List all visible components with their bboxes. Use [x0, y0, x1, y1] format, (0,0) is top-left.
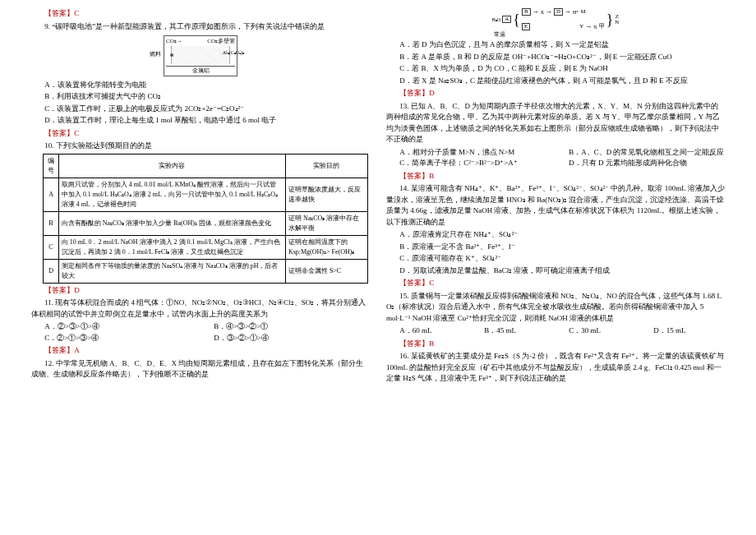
q11-options-row1: A．②>③>①>④ B．④>③>②>① [31, 321, 370, 333]
answer-11: 【答案】A [31, 345, 370, 357]
q9-option-c: C．该装置工作时，正极上的电极反应式为 2CO₂+2e⁻=C₂O₄²⁻ [31, 104, 370, 115]
flow-a: A [502, 16, 511, 23]
flow-jia: 甲 [599, 24, 605, 30]
flow-d: D [554, 8, 563, 16]
question-11: 11. 现有等体积混合而成的 4 组气体：①NO、NO₂②NO₂、O₂③HCl、… [31, 297, 370, 320]
q9-option-b: B．利用该技术可捕捉大气中的 CO₂ [31, 91, 370, 103]
table-header-row: 编号 实验内容 实验目的 [44, 154, 368, 178]
q13-row2: C．简单离子半径：C²⁻>B²⁻>D⁺>A⁺ D．只有 D 元素均能形成两种化合… [386, 158, 725, 169]
q15-option-c: C．30 mL [555, 325, 640, 337]
flow-e: E [522, 23, 530, 30]
flow-n1: N [593, 25, 597, 30]
flow-y: Y [579, 24, 583, 30]
flow-h2o: H₂O [492, 17, 501, 22]
cell-c-id: C [44, 235, 58, 259]
left-column: 【答案】C 9. “碳呼吸电池”是一种新型能源装置，其工作原理如图所示，下列有关… [23, 7, 378, 528]
q14-option-b: B．原溶液一定不含 Ba²⁺、Fe³⁺、I⁻ [386, 242, 725, 253]
cell-d-id: D [44, 259, 58, 283]
answer-9: 【答案】C [31, 128, 370, 140]
answer-12: 【答案】D [386, 88, 725, 99]
flow-m: M [580, 9, 585, 15]
q13-row1: A．相对分子质量 M>N，沸点 N>M B．A、C、D 的常见氧化物相互之间一定… [386, 147, 725, 159]
experiment-table: 编号 实验内容 实验目的 A 取两只试管，分别加入 4 mL 0.01 mol/… [43, 154, 368, 284]
q12-option-b: B．若 A 是单质，B 和 D 的反应是 OH⁻+HCO₃⁻=H₂O+CO₃²⁻… [386, 52, 725, 63]
cell-c-content: 向 10 mL 0．2 mol/L NaOH 溶液中滴入 2 滴 0.1 mol… [58, 235, 285, 259]
q9-option-a: A．该装置将化学能转变为电能 [31, 80, 370, 91]
q15-option-d: D．15 mL [640, 325, 725, 337]
table-row: C 向 10 mL 0．2 mol/L NaOH 溶液中滴入 2 滴 0.1 m… [44, 235, 368, 259]
q11-option-a: A．②>③>①>④ [31, 321, 201, 333]
question-14: 14. 某溶液可能含有 NH₄⁺、K⁺、Ba²⁺、Fe³⁺、I⁻、SO₄²⁻、S… [386, 183, 725, 228]
arrow-icon: → [546, 9, 552, 16]
battery-top-right: CO₂多壁管 [207, 38, 235, 44]
brace-icon: } [606, 14, 614, 25]
answer-pre-9: 【答案】C [31, 8, 370, 20]
cell-d-content: 测定相同条件下等物质的量浓度的 Na₂SO₄ 溶液与 Na₂CO₃ 溶液的 pH… [58, 259, 285, 283]
cell-a-id: A [44, 178, 58, 211]
cell-a-goal: 证明草酸浓度越大，反应速率越快 [285, 178, 367, 211]
question-15: 15. 质量铜与一定量浓硝酸反应得到硝酸铜溶液和 NO₂、N₂O₄、NO 的混合… [386, 291, 725, 325]
brace-icon: { [513, 14, 520, 25]
question-9: 9. “碳呼吸电池”是一种新型能源装置，其工作原理如图所示，下列有关说法中错误的… [31, 21, 370, 33]
q15-option-a: A．60 mL [386, 325, 471, 337]
question-16: 16. 某硫黄铁矿的主要成分是 Fe₂S（S 为-2 价），既含有 Fe²⁺又含… [386, 351, 725, 385]
flow-hplus: H⁺ [573, 10, 579, 15]
flow-a-sub: 常温 [494, 32, 505, 38]
cell-d-goal: 证明非金属性 S>C [285, 259, 367, 283]
q13-option-c: C．简单离子半径：C²⁻>B²⁻>D⁺>A⁺ [386, 158, 555, 169]
answer-10: 【答案】D [31, 285, 370, 297]
flow-b: B [522, 8, 531, 16]
cell-a-content: 取两只试管，分别加入 4 mL 0.01 mol/L KMnO₄ 酸性溶液，然后… [58, 178, 285, 211]
q12-option-c: C．若 B、X 均为单质，D 为 CO，C 能和 E 反应，则 E 为 NaOH [386, 63, 725, 75]
battery-top-left: CO₂→ [166, 38, 182, 44]
battery-dot [170, 53, 173, 57]
battery-right-label: Al₂(C₂O₄)₃ [223, 50, 244, 56]
cell-b-id: B [44, 211, 58, 235]
answer-14: 【答案】C [386, 278, 725, 289]
flow-x1: X [541, 10, 544, 15]
cell-c-goal: 证明在相同温度下的 Ksp:Mg(OH)₂> Fe(OH)₃ [285, 235, 367, 259]
th-content: 实验内容 [58, 154, 285, 178]
battery-left-label: 燃料 [150, 51, 161, 58]
q13-option-b: B．A、C、D 的常见氧化物相互之间一定能反应 [555, 147, 725, 159]
q12-option-a: A．若 D 为白色沉淀，且与 A 的摩尔质量相等，则 X 一定是铝盐 [386, 39, 725, 51]
q15-row: A．60 mL B．45 mL C．30 mL D．15 mL [386, 325, 725, 337]
q12-option-d: D．若 X 是 Na₂SO₃，C 是能使品红溶液褪色的气体，则 A 可能是氯气，… [386, 76, 725, 87]
q15-option-b: B．45 mL [471, 325, 555, 337]
flow-n2: N [615, 19, 619, 25]
q9-option-d: D．该装置工作时，理论上每生成 1 mol 草酸铝，电路中通过 6 mol 电子 [31, 115, 370, 127]
q13-option-a: A．相对分子质量 M>N，沸点 N>M [386, 147, 555, 159]
answer-15: 【答案】B [386, 339, 725, 350]
table-row: D 测定相同条件下等物质的量浓度的 Na₂SO₄ 溶液与 Na₂CO₃ 溶液的 … [44, 259, 368, 283]
table-row: B 向含有酚酞的 Na₂CO₃ 溶液中加入少量 Ba(OH)₂ 固体，观察溶液颜… [44, 211, 368, 235]
q13-option-d: D．只有 D 元素均能形成两种化合物 [555, 158, 725, 169]
cell-b-content: 向含有酚酞的 Na₂CO₃ 溶液中加入少量 Ba(OH)₂ 固体，观察溶液颜色变… [58, 211, 285, 235]
q14-option-d: D．另取试液滴加足量盐酸、BaCl₂ 溶液，即可确定溶液离子组成 [386, 265, 725, 277]
cell-b-goal: 证明 Na₂CO₃ 溶液中存在水解平衡 [285, 211, 367, 235]
battery-diagram: 燃料 CO₂→ CO₂多壁管 Al₂(C₂O₄)₃ 金属铝 [31, 35, 370, 76]
arrow-icon: → [565, 9, 571, 16]
question-12: 12. 中学常见无机物 A、B、C、D、E、X 均由短周期元素组成，且存在如左下… [31, 358, 370, 380]
th-id: 编号 [44, 154, 58, 178]
q11-option-d: D．③>②>①>④ [201, 333, 370, 344]
flow-diagram: H₂O A { B → X → D → H⁺ M [386, 7, 725, 39]
arrow-icon: → [532, 9, 539, 16]
q11-option-b: B．④>③>②>① [201, 321, 370, 333]
q11-options-row2: C．②>①>③>④ D．③>②>①>④ [31, 333, 370, 344]
table-row: A 取两只试管，分别加入 4 mL 0.01 mol/L KMnO₄ 酸性溶液，… [44, 178, 368, 211]
question-13: 13. 已知 A、B、C、D 为短周期内原子半径依次增大的元素，X、Y、M、N … [386, 101, 725, 145]
battery-bottom-label: 金属铝 [166, 66, 235, 75]
q11-option-c: C．②>①>③>④ [31, 333, 201, 344]
th-goal: 实验目的 [285, 154, 367, 178]
answer-13: 【答案】B [386, 171, 725, 182]
right-column: H₂O A { B → X → D → H⁺ M [378, 7, 733, 528]
arrow-icon: → [585, 24, 592, 30]
question-10: 10. 下列实验能达到预期目的的是 [31, 141, 370, 152]
q14-option-a: A．原溶液肯定只存在 NH₄⁺、SO₄²⁻ [386, 229, 725, 241]
q14-option-c: C．原溶液可能存在 K⁺、SO₄²⁻ [386, 253, 725, 265]
